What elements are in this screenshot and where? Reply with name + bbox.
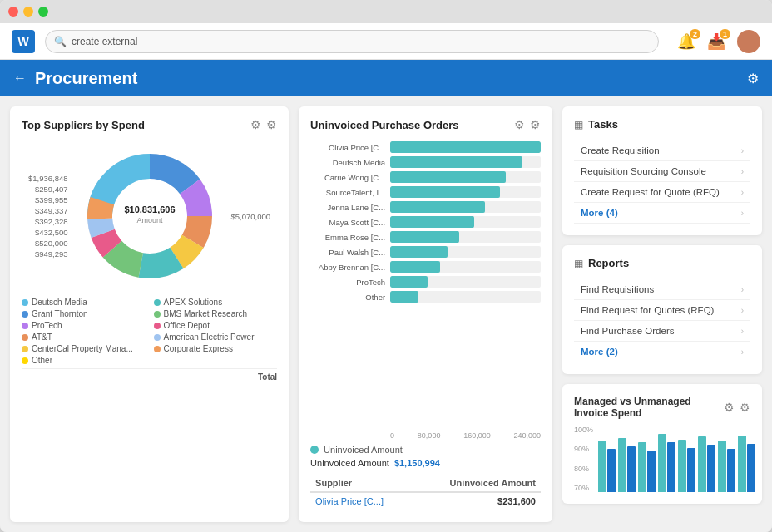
donut-label-7: $520,000 [28, 239, 68, 248]
filter-icon[interactable]: ⚙ [250, 118, 261, 131]
filter2-icon[interactable]: ⚙ [514, 118, 525, 131]
bar-row: Other [310, 291, 541, 303]
menu-item-more-reports[interactable]: More (2) › [574, 342, 750, 362]
blue-bar [747, 444, 755, 492]
card-header: Top Suppliers by Spend ⚙ ⚙ [22, 118, 277, 131]
legend-label: ProTech [32, 321, 62, 330]
menu-item-label: Find Request for Quotes (RFQ) [581, 305, 714, 315]
settings4-icon[interactable]: ⚙ [740, 401, 750, 414]
bar-track [390, 141, 541, 153]
tasks-card-header: ▦ Tasks [574, 118, 750, 131]
legend-dot [22, 346, 28, 352]
legend-item: Corporate Express [154, 344, 278, 353]
bar-label: Carrie Wong [C... [310, 173, 385, 182]
bar-label: ProTech [310, 278, 385, 287]
uninvoiced-legend-row: Uninvoiced Amount [310, 445, 541, 455]
tasks-card: ▦ Tasks Create Requisition › Requisition… [562, 106, 762, 235]
menu-item-find-rfq[interactable]: Find Request for Quotes (RFQ) › [574, 300, 750, 321]
bar-row: Maya Scott [C... [310, 216, 541, 228]
menu-item-create-rfq[interactable]: Create Request for Quote (RFQ) › [574, 182, 750, 203]
donut-right-label: $5,070,000 [231, 212, 271, 221]
workday-logo: W [12, 30, 35, 53]
bar-label: SourceTalent, I... [310, 188, 385, 197]
settings-icon[interactable]: ⚙ [747, 71, 759, 86]
uninvoiced-total-value: $1,150,994 [394, 458, 440, 468]
legend-item: BMS Market Research [154, 309, 278, 318]
top-suppliers-title: Top Suppliers by Spend [22, 119, 145, 131]
bar-row: Deutsch Media [310, 156, 541, 168]
axis-label: 160,000 [463, 431, 491, 440]
messages-button[interactable]: 📥 1 [707, 32, 725, 51]
bar-track [390, 261, 541, 273]
settings2-icon[interactable]: ⚙ [266, 118, 277, 131]
col-amount: Uninvoiced Amount [413, 475, 541, 492]
close-btn[interactable] [8, 7, 18, 17]
axis-label: 240,000 [513, 431, 541, 440]
bar-row: Abby Brennan [C... [310, 261, 541, 273]
legend-dot [154, 334, 161, 341]
settings3-icon[interactable]: ⚙ [530, 118, 541, 131]
bar-group [678, 440, 695, 492]
bar-group [618, 438, 636, 492]
donut-label-8: $949,293 [28, 249, 68, 259]
legend-dot [154, 311, 161, 318]
legend-item: ProTech [22, 321, 146, 330]
reports-section-title: Reports [588, 257, 629, 269]
bar-track [390, 201, 541, 213]
chevron-right-icon: › [741, 188, 744, 197]
bar-fill [390, 291, 418, 303]
menu-item-find-req[interactable]: Find Requisitions › [574, 279, 750, 300]
bar-fill [390, 276, 428, 288]
legend-dot [22, 357, 28, 364]
bar-fill [390, 201, 485, 213]
legend-item: APEX Solutions [154, 298, 278, 307]
top-nav: W 🔍 create external 🔔 2 📥 1 [0, 23, 772, 60]
menu-item-find-po[interactable]: Find Purchase Orders › [574, 321, 750, 342]
teal-bar [678, 440, 686, 492]
col-supplier: Supplier [310, 475, 413, 492]
blue-bar [627, 446, 636, 492]
amount-cell: $231,600 [413, 492, 541, 510]
menu-item-req-sourcing[interactable]: Requisition Sourcing Console › [574, 161, 750, 182]
reports-icon: ▦ [574, 258, 583, 269]
blue-bar [607, 449, 616, 492]
donut-label-2: $259,407 [28, 185, 68, 194]
app-window: W 🔍 create external 🔔 2 📥 1 ← Procuremen… [0, 0, 772, 532]
legend-item: American Electric Power [154, 332, 278, 342]
minimize-btn[interactable] [23, 7, 33, 17]
supplier-link[interactable]: Olivia Price [C...] [315, 496, 384, 506]
chevron-right-icon: › [741, 285, 744, 294]
legend-label: Grant Thornton [32, 309, 88, 318]
card-actions[interactable]: ⚙ ⚙ [250, 118, 277, 131]
managed-card-icons[interactable]: ⚙ ⚙ [724, 401, 750, 414]
page-title: Procurement [35, 69, 739, 88]
filter3-icon[interactable]: ⚙ [724, 401, 735, 414]
back-button[interactable]: ← [13, 71, 27, 86]
bar-label: Jenna Lane [C... [310, 203, 385, 212]
bar-group [658, 434, 676, 492]
search-bar[interactable]: 🔍 create external [45, 30, 659, 53]
axis-label: 80,000 [418, 431, 441, 440]
menu-item-more-tasks[interactable]: More (4) › [574, 203, 750, 224]
bar-fill [390, 216, 474, 228]
chevron-right-icon: › [741, 306, 744, 315]
tasks-section-title: Tasks [588, 118, 618, 131]
avatar[interactable] [737, 30, 760, 53]
uninvoiced-card: Uninvoiced Purchase Orders ⚙ ⚙ Olivia Pr… [299, 106, 552, 522]
legend-dot [154, 299, 161, 306]
maximize-btn[interactable] [38, 7, 48, 17]
notifications-button[interactable]: 🔔 2 [677, 32, 695, 51]
card-actions[interactable]: ⚙ ⚙ [514, 118, 541, 131]
bar-track [390, 171, 541, 183]
teal-bar [718, 441, 726, 492]
bar-track [390, 246, 541, 258]
legend-item: Deutsch Media [22, 298, 146, 307]
managed-header: Managed vs Unmanaged Invoice Spend ⚙ ⚙ [574, 396, 750, 419]
chevron-right-icon: › [741, 327, 744, 336]
legend-item: Other [22, 356, 146, 365]
bar-fill [390, 261, 440, 273]
legend-label: AT&T [32, 332, 52, 342]
bar-label: Emma Rose [C... [310, 233, 385, 242]
bar-row: Olivia Price [C... [310, 141, 541, 153]
menu-item-create-req[interactable]: Create Requisition › [574, 140, 750, 161]
